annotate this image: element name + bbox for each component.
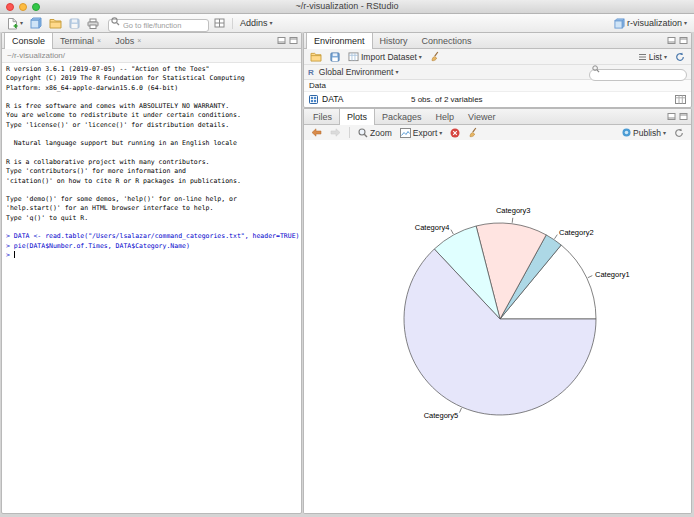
console-output[interactable]: R version 3.6.1 (2019-07-05) -- "Action … bbox=[2, 63, 301, 262]
pie-label-tick bbox=[451, 230, 453, 234]
close-tab-icon[interactable]: × bbox=[97, 37, 101, 44]
remove-plot-button[interactable] bbox=[448, 127, 462, 139]
plots-tabbar: Files Plots Packages Help Viewer bbox=[304, 109, 691, 125]
maximize-pane-icon[interactable] bbox=[679, 36, 688, 45]
goto-file-input[interactable] bbox=[108, 19, 209, 32]
working-directory-bar[interactable]: ~/r-visualization/ bbox=[2, 49, 301, 63]
export-image-icon bbox=[400, 128, 411, 138]
minimize-pane-icon[interactable] bbox=[667, 36, 676, 45]
zoom-plot-button[interactable]: Zoom bbox=[356, 127, 394, 139]
minimize-window-button[interactable] bbox=[19, 3, 27, 11]
addins-menu[interactable]: Addins ▾ bbox=[238, 17, 275, 29]
scope-label: Global Environment bbox=[319, 67, 394, 77]
save-workspace-button[interactable] bbox=[328, 51, 342, 63]
broom-icon bbox=[468, 127, 479, 138]
pie-label: Category2 bbox=[559, 228, 594, 237]
project-menu[interactable]: r-visualization ▾ bbox=[612, 17, 689, 30]
tab-label: Terminal bbox=[60, 36, 94, 46]
tab-plots[interactable]: Plots bbox=[339, 109, 375, 125]
data-section-header[interactable]: Data bbox=[304, 80, 691, 92]
tab-label: Help bbox=[436, 112, 455, 122]
dataframe-icon bbox=[309, 95, 318, 104]
refresh-plots-button[interactable] bbox=[672, 127, 686, 139]
save-button[interactable] bbox=[67, 17, 82, 30]
refresh-environment-button[interactable] bbox=[673, 51, 687, 63]
window-controls bbox=[6, 3, 40, 11]
zoom-window-button[interactable] bbox=[32, 3, 40, 11]
chevron-down-icon: ▾ bbox=[20, 20, 23, 26]
chevron-down-icon: ▾ bbox=[663, 130, 666, 136]
maximize-pane-icon[interactable] bbox=[679, 112, 688, 121]
minimize-pane-icon[interactable] bbox=[277, 36, 286, 45]
environment-pane-controls bbox=[667, 36, 688, 45]
project-cube-icon bbox=[30, 17, 42, 29]
new-file-button[interactable]: ▾ bbox=[5, 16, 25, 31]
publish-button[interactable]: Publish ▾ bbox=[620, 127, 668, 139]
clear-plots-button[interactable] bbox=[466, 126, 481, 139]
chevron-down-icon: ▾ bbox=[684, 20, 687, 26]
tab-jobs[interactable]: Jobs × bbox=[108, 33, 148, 48]
tab-connections[interactable]: Connections bbox=[415, 33, 479, 48]
tab-help[interactable]: Help bbox=[429, 109, 462, 124]
list-view-menu[interactable]: List ▾ bbox=[636, 51, 669, 63]
clear-objects-button[interactable] bbox=[428, 50, 443, 63]
list-icon bbox=[638, 53, 647, 61]
open-folder-icon bbox=[310, 52, 322, 62]
environment-tabbar: Environment History Connections bbox=[304, 33, 691, 49]
table-icon bbox=[348, 52, 359, 62]
r-logo-icon: R bbox=[308, 68, 314, 77]
open-file-button[interactable] bbox=[47, 17, 64, 30]
import-dataset-menu[interactable]: Import Dataset ▾ bbox=[346, 51, 424, 63]
console-line: R version 3.6.1 (2019-07-05) -- "Action … bbox=[6, 65, 297, 74]
refresh-icon bbox=[674, 128, 684, 138]
environment-object-row[interactable]: DATA 5 obs. of 2 variables bbox=[304, 92, 691, 106]
global-environment-menu[interactable]: Global Environment ▾ bbox=[317, 66, 401, 78]
refresh-icon bbox=[675, 52, 685, 62]
maximize-pane-icon[interactable] bbox=[289, 36, 298, 45]
new-project-button[interactable] bbox=[28, 16, 44, 30]
close-window-button[interactable] bbox=[6, 3, 14, 11]
close-tab-icon[interactable]: × bbox=[137, 37, 141, 44]
console-line: Type 'q()' to quit R. bbox=[6, 214, 297, 223]
console-line: Platform: x86_64-apple-darwin15.6.0 (64-… bbox=[6, 84, 297, 93]
tab-label: Viewer bbox=[468, 112, 495, 122]
save-icon bbox=[330, 52, 340, 62]
save-icon bbox=[69, 18, 80, 29]
tab-environment[interactable]: Environment bbox=[306, 33, 373, 49]
tab-files[interactable]: Files bbox=[306, 109, 339, 124]
export-plot-menu[interactable]: Export ▾ bbox=[398, 127, 445, 139]
console-tabbar: Console Terminal × Jobs × bbox=[2, 33, 301, 49]
tab-console[interactable]: Console bbox=[4, 33, 53, 49]
console-line bbox=[6, 223, 297, 232]
previous-plot-button[interactable] bbox=[309, 127, 324, 138]
chevron-down-icon: ▾ bbox=[419, 54, 422, 60]
tab-viewer[interactable]: Viewer bbox=[461, 109, 502, 124]
next-plot-button[interactable] bbox=[328, 127, 343, 138]
plots-pane-controls bbox=[667, 112, 688, 121]
section-label: Data bbox=[309, 81, 326, 90]
tab-packages[interactable]: Packages bbox=[375, 109, 429, 124]
environment-search-input[interactable] bbox=[589, 69, 687, 81]
minimize-pane-icon[interactable] bbox=[667, 112, 676, 121]
load-workspace-button[interactable] bbox=[308, 51, 324, 63]
console-line: > bbox=[6, 251, 297, 260]
pie-label: Category3 bbox=[496, 206, 531, 215]
console-line: > pie(DATA$Number.of.Times, DATA$Categor… bbox=[6, 242, 297, 251]
view-data-icon[interactable] bbox=[675, 95, 686, 104]
print-button[interactable] bbox=[85, 17, 101, 30]
console-line bbox=[6, 93, 297, 102]
tab-history[interactable]: History bbox=[373, 33, 415, 48]
publish-label: Publish bbox=[633, 128, 661, 138]
forward-arrow-icon bbox=[330, 128, 341, 137]
pane-layout-button[interactable] bbox=[212, 17, 227, 29]
console-line bbox=[6, 149, 297, 158]
pane-layout-icon bbox=[214, 18, 225, 28]
console-pane-controls bbox=[277, 36, 298, 45]
tab-terminal[interactable]: Terminal × bbox=[53, 33, 108, 48]
chevron-down-icon: ▾ bbox=[664, 54, 667, 60]
tab-label: Files bbox=[313, 112, 332, 122]
back-arrow-icon bbox=[311, 128, 322, 137]
chevron-down-icon: ▾ bbox=[270, 20, 273, 26]
goto-file-search bbox=[108, 14, 209, 32]
plot-area: Category1Category2Category3Category4Cate… bbox=[304, 140, 691, 513]
